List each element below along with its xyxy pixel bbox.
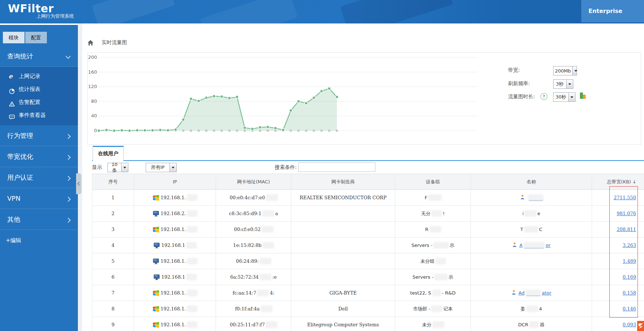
cell-bandwidth[interactable]: 0.093 xyxy=(592,317,644,331)
table-row: 9 192.168.1. 00:25:11:d7:f7 Elitegroup C… xyxy=(92,317,644,331)
cell-name[interactable] xyxy=(471,190,592,205)
keyboard-bg-decor xyxy=(340,0,453,23)
cell-bandwidth[interactable]: 208.811 xyxy=(592,222,644,237)
column-header[interactable]: 名称 xyxy=(471,174,592,190)
edition-badge: Enterprise xyxy=(581,0,644,22)
cell-bandwidth[interactable]: 981.076 xyxy=(592,206,644,221)
sidebar-section-query-stats[interactable]: 查询统计 xyxy=(0,46,78,67)
redacted-text xyxy=(266,195,277,200)
sidebar-section-label: 带宽优化 xyxy=(7,153,33,160)
cell-bandwidth[interactable]: 3.263 xyxy=(592,238,644,253)
sidebar-item-statistic-reports[interactable]: 统计报表 xyxy=(0,83,78,96)
dropdown-arrow-icon[interactable] xyxy=(568,93,575,101)
cell-device-group: 未分组 xyxy=(395,253,471,269)
sidebar-submenu: e 上网记录 统计报表 告警配置 事件查看器 xyxy=(0,67,78,125)
cell-bandwidth[interactable]: 0.169 xyxy=(592,269,644,285)
svg-text:80: 80 xyxy=(91,99,97,104)
dropdown-arrow-icon[interactable] xyxy=(566,80,573,88)
bandwidth-link: 981.076 xyxy=(617,211,636,216)
main-content: 实时流量图 20016012080400 带宽: 200Mb 刷新频率: 3秒 … xyxy=(82,23,644,331)
sidebar-edit-link[interactable]: +编辑 xyxy=(6,237,21,244)
ip-filter-select[interactable]: 所有IP xyxy=(146,163,177,172)
bandwidth-link: 3.263 xyxy=(623,243,636,248)
sidebar-tabs: 模块 配置 xyxy=(3,32,47,43)
cell-name[interactable]: Adator xyxy=(471,285,592,301)
sidebar-section-other[interactable]: 其他 xyxy=(0,209,78,230)
redacted-text xyxy=(433,290,441,296)
sidebar-tab-modules[interactable]: 模块 xyxy=(3,32,25,43)
bandwidth-select[interactable]: 200Mb xyxy=(553,66,577,75)
user-icon xyxy=(520,195,526,201)
cell-name xyxy=(471,269,592,285)
sidebar-item-label: 统计报表 xyxy=(19,86,40,92)
refresh-rate-select[interactable]: 3秒 xyxy=(553,79,573,89)
windows-os-icon xyxy=(153,195,159,201)
cell-mac: 00:cf:e0:52 xyxy=(216,222,291,237)
dropdown-arrow-icon[interactable] xyxy=(121,163,128,172)
page-size-select[interactable]: 10条 xyxy=(107,163,128,172)
monitor-os-icon xyxy=(154,274,160,280)
bandwidth-link: 0.169 xyxy=(623,274,636,280)
redacted-text xyxy=(432,211,441,216)
page-size-value: 10条 xyxy=(108,162,121,174)
cell-name[interactable]: Aor xyxy=(471,238,592,253)
tab-online-users[interactable]: 在线用户 xyxy=(93,146,124,161)
sidebar-section-behavior[interactable]: 行为管理 xyxy=(0,125,78,146)
redacted-text xyxy=(187,274,196,280)
redacted-text xyxy=(435,274,447,280)
cell-bandwidth[interactable]: 2711.550 xyxy=(592,190,644,205)
cell-bandwidth[interactable]: 0.146 xyxy=(592,301,644,317)
home-icon[interactable] xyxy=(87,40,94,46)
column-header[interactable]: 网卡制造商 xyxy=(291,174,395,190)
bandwidth-label: 带宽: xyxy=(508,67,520,74)
sidebar-section-bandwidth[interactable]: 带宽优化 xyxy=(0,146,78,167)
duration-select[interactable]: 30秒 xyxy=(553,92,575,102)
cell-mac: 00:25:11:d7:f7 xyxy=(216,317,291,331)
cell-bandwidth[interactable]: 0.158 xyxy=(592,285,644,301)
sidebar-section-label: 其他 xyxy=(7,215,20,223)
cell-vendor: REALTEK SEMICONDUCTOR CORP xyxy=(291,190,395,205)
dropdown-arrow-icon[interactable] xyxy=(572,66,577,75)
chevron-right-icon xyxy=(66,155,71,160)
sidebar-section-vpn[interactable]: VPN xyxy=(0,188,78,209)
bandwidth-link: 0.158 xyxy=(623,290,636,296)
dropdown-arrow-icon[interactable] xyxy=(169,163,176,172)
search-input[interactable] xyxy=(298,162,375,172)
cell-vendor xyxy=(291,222,395,237)
sidebar-section-auth[interactable]: 用户认证 xyxy=(0,167,78,188)
cell-bandwidth[interactable]: 1.489 xyxy=(592,253,644,269)
column-header[interactable]: 序号 xyxy=(92,174,134,190)
sidebar-tab-config[interactable]: 配置 xyxy=(25,32,47,43)
cell-mac: fc:aa:14:74: xyxy=(216,285,291,301)
redacted-text xyxy=(263,243,274,248)
cell-ip: 192.168.1 xyxy=(134,269,216,285)
cell-index: 7 xyxy=(92,285,134,301)
redacted-text xyxy=(188,258,197,264)
column-header[interactable]: 网卡地址(MAC) xyxy=(216,174,291,190)
corner-widget-icon[interactable] xyxy=(637,321,644,331)
help-icon[interactable]: ? xyxy=(541,93,547,100)
sidebar-item-web-records[interactable]: e 上网记录 xyxy=(0,70,78,83)
column-header[interactable]: 设备组 xyxy=(395,174,471,190)
redacted-text xyxy=(188,306,197,312)
redacted-text xyxy=(188,195,197,200)
column-header[interactable]: 总带宽(KB)↓ xyxy=(592,174,644,190)
table-row: 7 192.168.1. fc:aa:14:74: GIGA-BYTE test… xyxy=(92,285,644,301)
cell-device-group: F xyxy=(395,190,471,205)
cell-index: 5 xyxy=(92,253,134,269)
report-pie-icon xyxy=(9,86,15,92)
keyboard-bg-decor xyxy=(200,0,298,23)
sidebar-collapse-handle[interactable] xyxy=(76,173,81,194)
redacted-text xyxy=(262,227,273,232)
sidebar-item-event-viewer[interactable]: 事件查看器 xyxy=(0,109,78,122)
redacted-text xyxy=(429,195,441,200)
bar-chart-icon[interactable] xyxy=(579,92,587,101)
table-row: 4 192.168.1 1e:15:82:8b Servers - 示 Aor … xyxy=(92,238,644,253)
sidebar-item-alert-config[interactable]: 告警配置 xyxy=(0,96,78,109)
refresh-rate-value: 3秒 xyxy=(553,81,566,87)
app-logo-subtitle: 上网行为管理系统 xyxy=(36,13,74,19)
column-header[interactable]: IP xyxy=(134,174,216,190)
redacted-text xyxy=(434,243,448,248)
sidebar-groups: 行为管理 带宽优化 用户认证 VPN 其他 xyxy=(0,125,78,230)
chevron-down-icon xyxy=(66,54,71,59)
